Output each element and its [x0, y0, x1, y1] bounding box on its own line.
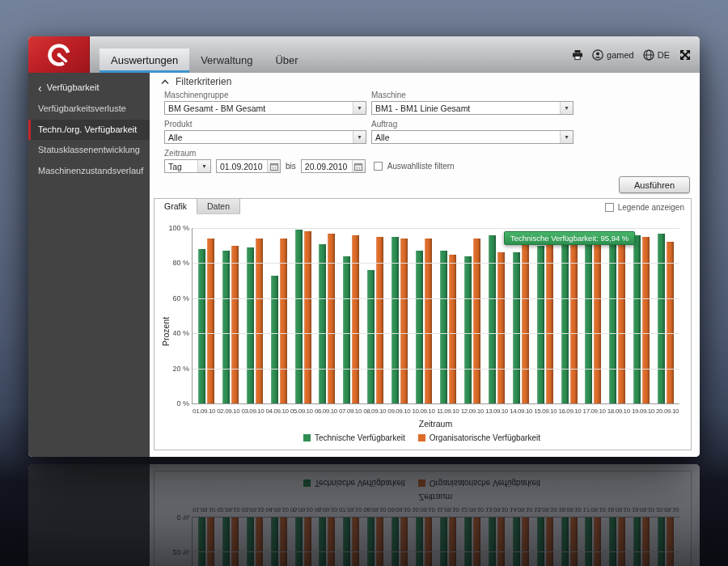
bar-organisatorisch-15.09.10[interactable]: [546, 237, 553, 403]
bar-technisch-02.09.10[interactable]: [222, 251, 230, 403]
globe-icon: [643, 49, 654, 61]
sidebar-item-maschinenzustandsverlauf[interactable]: Maschinenzustandsverlauf: [28, 161, 150, 182]
zeitraum-granularity-select[interactable]: Tag ▾: [164, 159, 211, 173]
bar-group: [315, 228, 340, 403]
desktop-background: AuswertungenVerwaltungÜber gamed: [0, 0, 728, 566]
bar-technisch-20.09.10[interactable]: [658, 234, 665, 403]
gridline: [193, 228, 679, 229]
bar-organisatorisch-02.09.10[interactable]: [231, 246, 239, 403]
bar-technisch-04.09.10[interactable]: [271, 276, 278, 403]
calendar-icon[interactable]: [267, 160, 280, 172]
filter-section-title: Filterkriterien: [176, 76, 231, 87]
dropdown-arrow-icon[interactable]: ▾: [353, 131, 366, 143]
maschinengruppe-value: BM Gesamt - BM Gesamt: [165, 103, 353, 113]
bar-organisatorisch-13.09.10[interactable]: [497, 252, 505, 403]
maschine-value: BM1 - BM1 Linie Gesamt: [372, 103, 560, 113]
maschinengruppe-select[interactable]: BM Gesamt - BM Gesamt ▾: [164, 101, 366, 115]
x-axis-tick-labels: 01.09.1002.09.1003.09.1004.09.1005.09.10…: [192, 408, 679, 415]
sidebar: ‹VerfügbarkeitVerfügbarkeitsverlusteTech…: [28, 73, 150, 457]
bar-organisatorisch-05.09.10[interactable]: [304, 231, 311, 403]
bar-technisch-16.09.10[interactable]: [561, 242, 569, 403]
chart-panel: GrafikDaten Legende anzeigen Prozent 100…: [154, 198, 692, 450]
language-switcher[interactable]: DE: [643, 49, 670, 61]
bar-technisch-10.09.10[interactable]: [416, 251, 423, 403]
bar-technisch-07.09.10[interactable]: [343, 256, 350, 403]
x-axis-tick-label: 15.09.10: [533, 408, 557, 415]
bar-organisatorisch-08.09.10[interactable]: [376, 237, 383, 403]
bar-technisch-05.09.10[interactable]: [295, 230, 303, 403]
bar-technisch-11.09.10[interactable]: [440, 251, 447, 403]
bar-organisatorisch-19.09.10[interactable]: [642, 237, 650, 403]
calendar-icon[interactable]: [352, 160, 365, 172]
bar-technisch-17.09.10[interactable]: [585, 244, 592, 403]
bar-organisatorisch-06.09.10[interactable]: [328, 234, 335, 403]
date-from-input[interactable]: 01.09.2010: [216, 159, 281, 173]
tab-auswertungen[interactable]: Auswertungen: [99, 49, 189, 73]
bar-organisatorisch-20.09.10[interactable]: [667, 242, 674, 403]
bar-technisch-03.09.10[interactable]: [247, 247, 254, 403]
bar-technisch-12.09.10[interactable]: [464, 256, 472, 403]
x-axis-tick-label: 17.09.10: [582, 408, 607, 415]
bar-group: [194, 228, 218, 403]
legend-toggle[interactable]: Legende anzeigen: [605, 203, 684, 212]
app-logo: [28, 36, 90, 73]
dropdown-arrow-icon[interactable]: ▾: [560, 131, 573, 143]
bar-technisch-14.09.10[interactable]: [513, 252, 520, 403]
bar-technisch-08.09.10[interactable]: [367, 270, 375, 403]
x-axis-tick-label: 07.09.10: [338, 408, 362, 415]
field-maschinengruppe: Maschinengruppe BM Gesamt - BM Gesamt ▾: [164, 91, 366, 115]
auftrag-select[interactable]: Alle ▾: [371, 130, 574, 144]
dropdown-arrow-icon[interactable]: ▾: [560, 102, 573, 114]
bar-organisatorisch-11.09.10[interactable]: [449, 255, 456, 403]
x-axis-tick-label: 14.09.10: [509, 408, 533, 415]
x-axis-tick-label: 04.09.10: [265, 408, 289, 415]
bar-organisatorisch-18.09.10[interactable]: [618, 240, 625, 403]
sidebar-item-label: Maschinenzustandsverlauf: [38, 166, 143, 177]
produkt-select[interactable]: Alle ▾: [164, 130, 366, 144]
maschine-select[interactable]: BM1 - BM1 Linie Gesamt ▾: [371, 101, 574, 115]
bar-group: [412, 228, 436, 403]
bar-technisch-01.09.10[interactable]: [198, 249, 205, 403]
bar-organisatorisch-17.09.10[interactable]: [594, 237, 601, 403]
user-menu[interactable]: gamed: [592, 49, 634, 61]
print-button[interactable]: [572, 49, 583, 61]
bar-technisch-09.09.10[interactable]: [392, 237, 399, 403]
ausfuehren-button[interactable]: Ausführen: [619, 176, 690, 193]
bar-technisch-19.09.10[interactable]: [633, 235, 641, 403]
sidebar-item-verfuegbarkeit[interactable]: ‹Verfügbarkeit: [28, 78, 150, 99]
bar-group: [267, 228, 291, 403]
bar-technisch-13.09.10[interactable]: [489, 235, 496, 403]
bar-organisatorisch-07.09.10[interactable]: [352, 235, 359, 403]
gridline: [193, 333, 679, 334]
sidebar-item-techn-org-verfuegbarkeit[interactable]: Techn./org. Verfügbarkeit: [28, 120, 150, 141]
tab-ueber[interactable]: Über: [264, 49, 309, 73]
chart-bars: [193, 228, 679, 403]
bar-technisch-15.09.10[interactable]: [537, 246, 544, 403]
x-axis-title: Zeitraum: [192, 419, 679, 429]
expand-button[interactable]: [679, 49, 692, 61]
sidebar-item-statusklassenentwicklung[interactable]: Statusklassenentwicklung: [28, 140, 150, 161]
tab-verwaltung[interactable]: Verwaltung: [189, 49, 264, 73]
zeitraum-label: Zeitraum: [164, 149, 574, 158]
x-axis-tick-label: 12.09.10: [460, 408, 485, 415]
x-axis-tick-label: 20.09.10: [655, 408, 679, 415]
sidebar-item-label: Techn./org. Verfügbarkeit: [38, 125, 137, 136]
sidebar-item-verfuegbarkeitsverluste[interactable]: Verfügbarkeitsverluste: [28, 99, 150, 120]
x-axis-tick-label: 02.09.10: [216, 408, 240, 415]
field-zeitraum: Zeitraum Tag ▾ 01.09.2010: [164, 149, 574, 173]
legende-anzeigen-checkbox[interactable]: [605, 203, 614, 212]
bar-group: [557, 228, 582, 403]
maschinengruppe-label: Maschinengruppe: [164, 91, 366, 99]
chart-tab-daten[interactable]: Daten: [197, 199, 240, 214]
bar-technisch-06.09.10[interactable]: [319, 244, 326, 403]
auswahlliste-filtern-checkbox[interactable]: [374, 162, 383, 171]
chart-tab-grafik[interactable]: Grafik: [154, 199, 197, 214]
date-to-input[interactable]: 20.09.2010: [301, 159, 366, 173]
bar-organisatorisch-16.09.10[interactable]: [570, 237, 578, 403]
dropdown-arrow-icon[interactable]: ▾: [353, 102, 366, 114]
y-axis-tick-label: 40 %: [159, 329, 189, 337]
x-axis-tick-label: 18.09.10: [607, 408, 631, 415]
bar-organisatorisch-14.09.10[interactable]: [522, 237, 529, 403]
dropdown-arrow-icon[interactable]: ▾: [197, 160, 210, 172]
filter-section-header[interactable]: Filterkriterien: [150, 73, 700, 91]
